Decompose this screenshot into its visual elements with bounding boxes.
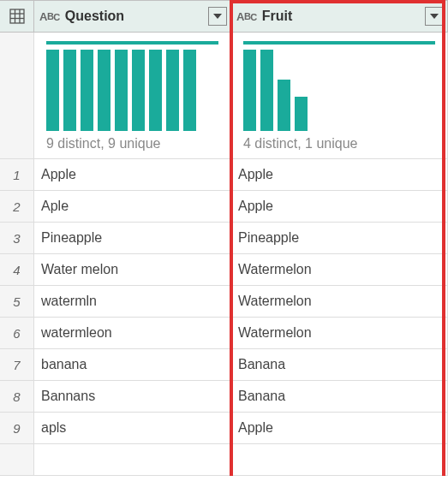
cell-empty	[231, 444, 448, 475]
column-header-fruit[interactable]: ABC Fruit	[231, 1, 448, 32]
column-title: Question	[65, 9, 124, 24]
table-row[interactable]: 1AppleApple	[0, 159, 448, 191]
chevron-down-icon	[430, 14, 439, 19]
distribution-bar	[115, 50, 128, 131]
column-header-question[interactable]: ABC Question	[34, 1, 231, 32]
cell-question[interactable]: Bannans	[34, 381, 231, 412]
table-row[interactable]: 7bananaBanana	[0, 349, 448, 381]
row-number: 2	[0, 191, 34, 222]
cell-question[interactable]: Pineapple	[34, 223, 231, 253]
distribution-bar	[98, 50, 111, 131]
cell-question[interactable]: Water melon	[34, 254, 231, 285]
row-number-gutter	[0, 444, 34, 475]
quality-bar	[46, 41, 218, 45]
column-filter-button[interactable]	[208, 7, 227, 26]
table-row[interactable]: 8BannansBanana	[0, 381, 448, 413]
cell-fruit[interactable]: Banana	[231, 349, 448, 380]
quality-bar	[243, 41, 435, 45]
row-number: 5	[0, 286, 34, 317]
cell-fruit[interactable]: Apple	[231, 191, 448, 222]
distribution-stats: 9 distinct, 9 unique	[46, 136, 218, 151]
column-filter-button[interactable]	[425, 7, 444, 26]
table-row[interactable]: 3PineapplePineapple	[0, 223, 448, 254]
distribution-bar	[183, 50, 196, 131]
cell-question[interactable]: apls	[34, 413, 231, 443]
distribution-bar	[46, 50, 59, 131]
distribution-bar	[149, 50, 162, 131]
row-number: 1	[0, 159, 34, 190]
chevron-down-icon	[213, 14, 222, 19]
distribution-bar	[295, 97, 308, 131]
cell-question[interactable]: Apple	[34, 159, 231, 190]
column-profile-question: 9 distinct, 9 unique	[34, 33, 231, 158]
row-number: 8	[0, 381, 34, 412]
table-row[interactable]: 4Water melonWatermelon	[0, 254, 448, 286]
cell-question[interactable]: banana	[34, 349, 231, 380]
cell-fruit[interactable]: Apple	[231, 159, 448, 190]
cell-fruit[interactable]: Apple	[231, 413, 448, 443]
cell-fruit[interactable]: Banana	[231, 381, 448, 412]
row-number: 4	[0, 254, 34, 285]
cell-question[interactable]: watermln	[34, 286, 231, 317]
distribution-bar	[260, 50, 273, 131]
distribution-bar	[81, 50, 93, 131]
text-type-icon: ABC	[39, 10, 60, 23]
distribution-bar	[278, 80, 290, 131]
cell-fruit[interactable]: Watermelon	[231, 254, 448, 285]
cell-fruit[interactable]: Watermelon	[231, 318, 448, 348]
header-row: ABC Question ABC Fruit	[0, 0, 448, 33]
distribution-chart	[243, 50, 435, 131]
table-row[interactable]: 5watermlnWatermelon	[0, 286, 448, 318]
distribution-bar	[243, 50, 256, 131]
column-profile-fruit: 4 distinct, 1 unique	[231, 33, 448, 158]
distribution-bar	[132, 50, 145, 131]
cell-question[interactable]: Aple	[34, 191, 231, 222]
distribution-bar	[63, 50, 76, 131]
row-number: 6	[0, 318, 34, 348]
empty-row	[0, 444, 448, 476]
row-number-gutter	[0, 33, 34, 158]
distribution-chart	[46, 50, 218, 131]
distribution-stats: 4 distinct, 1 unique	[243, 136, 435, 151]
column-profile-row: 9 distinct, 9 unique 4 distinct, 1 uniqu…	[0, 33, 448, 159]
column-title: Fruit	[262, 9, 293, 24]
cell-empty	[34, 444, 231, 475]
table-corner-button[interactable]	[0, 1, 34, 32]
table-row[interactable]: 9aplsApple	[0, 413, 448, 444]
text-type-icon: ABC	[236, 10, 257, 23]
row-number: 3	[0, 223, 34, 253]
data-table: ABC Question ABC Fruit	[0, 0, 448, 476]
cell-fruit[interactable]: Watermelon	[231, 286, 448, 317]
row-number: 9	[0, 413, 34, 443]
table-icon	[9, 9, 25, 24]
table-row[interactable]: 6watermleonWatermelon	[0, 318, 448, 349]
row-number: 7	[0, 349, 34, 380]
cell-fruit[interactable]: Pineapple	[231, 223, 448, 253]
table-row[interactable]: 2ApleApple	[0, 191, 448, 223]
svg-rect-0	[10, 9, 24, 23]
distribution-bar	[166, 50, 179, 131]
cell-question[interactable]: watermleon	[34, 318, 231, 348]
